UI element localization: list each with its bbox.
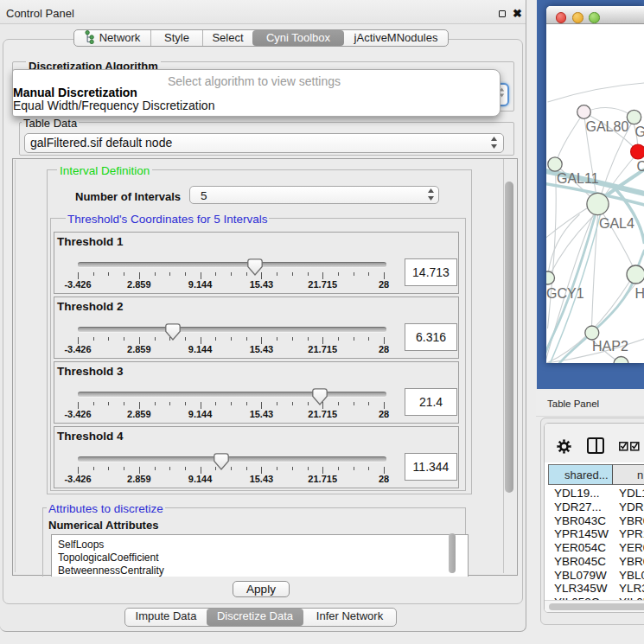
svg-text:H: H [634, 286, 644, 301]
svg-text:GA: GA [634, 124, 644, 139]
svg-text:C: C [636, 159, 644, 174]
svg-text:GCY1: GCY1 [546, 286, 584, 301]
svg-text:HAP2: HAP2 [592, 339, 628, 354]
svg-text:GAL4: GAL4 [599, 216, 634, 231]
svg-text:GAL80: GAL80 [585, 119, 628, 134]
svg-text:GAL11: GAL11 [557, 171, 599, 186]
